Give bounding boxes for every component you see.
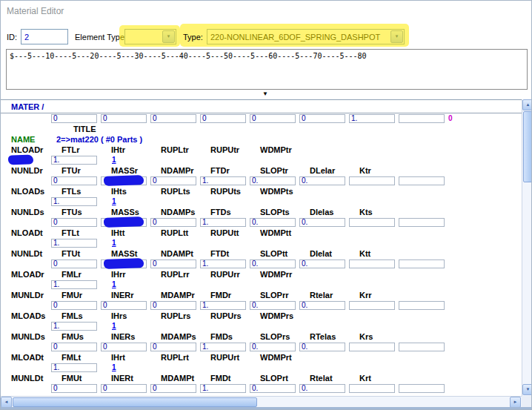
field-label: NUNLDt	[11, 249, 42, 258]
scroll-up-icon[interactable]: ▲	[522, 99, 532, 110]
field-input[interactable]: 0	[150, 114, 196, 123]
field-label: Krs	[359, 332, 373, 341]
material-type-dropdown[interactable]: 220-NONLINEAR_6DOF_SPRING_DASHPOT ▼	[207, 29, 405, 44]
field-input[interactable]: 0	[51, 301, 97, 310]
field-input[interactable]	[399, 176, 445, 185]
field-input[interactable]: 0	[101, 301, 147, 310]
field-input[interactable]: 1.	[51, 280, 97, 289]
field-input[interactable]	[349, 301, 395, 310]
field-input[interactable]: 0	[250, 114, 296, 123]
field-input[interactable]: 0	[101, 343, 147, 351]
chevron-down-icon[interactable]: ▼	[390, 30, 403, 43]
field-input[interactable]: 1.	[200, 259, 246, 268]
table-row: TITLE	[1, 124, 522, 134]
field-label: IHrt	[111, 353, 125, 362]
field-input[interactable]: 0	[150, 259, 196, 268]
field-label: NLOADr	[11, 145, 43, 154]
field-input[interactable]: 0.	[299, 218, 345, 227]
field-input[interactable]	[399, 218, 445, 227]
table-row: NUNLDsFTUsMASSsNDAMPsFTDsSLOPtsDlelasKts	[1, 207, 522, 217]
field-input[interactable]	[349, 259, 395, 268]
field-input[interactable]: 0.	[299, 259, 345, 268]
field-input[interactable]: 1.	[51, 322, 97, 331]
field-input[interactable]: 1.	[200, 384, 246, 393]
field-label: IHtr	[111, 145, 125, 154]
field-input[interactable]: 0.	[250, 343, 296, 351]
field-label: RUPUtr	[210, 145, 239, 154]
field-input[interactable]	[399, 384, 445, 393]
field-input[interactable]: 1.	[51, 156, 97, 165]
field-input[interactable]: 1.	[51, 197, 97, 206]
field-input[interactable]: 0	[150, 301, 196, 310]
field-input[interactable]: 0.	[250, 301, 296, 310]
field-label: Ktr	[359, 166, 371, 175]
field-input[interactable]: 0	[51, 384, 97, 393]
field-input[interactable]: 0	[51, 176, 97, 185]
field-input[interactable]: 0	[51, 259, 97, 268]
table-row: NLOADtFTLtIHttRUPLttRUPUttWDMPtt	[1, 228, 522, 238]
field-input[interactable]: 0.	[299, 343, 345, 351]
field-input[interactable]: 0.	[250, 384, 296, 393]
curve-id-link[interactable]: 1	[112, 363, 116, 371]
curve-id-link[interactable]: 1	[112, 322, 116, 330]
field-input[interactable]	[399, 114, 445, 123]
field-label: FMLr	[61, 270, 82, 279]
chevron-down-icon[interactable]: ▼	[162, 30, 175, 43]
vertical-scrollbar-thumb[interactable]	[523, 111, 532, 182]
curve-id-link[interactable]: 1	[112, 239, 116, 247]
field-input[interactable]: 0	[51, 343, 97, 351]
field-label: RUPUtt	[210, 228, 239, 237]
field-input[interactable]: 1.	[51, 363, 97, 372]
splitter-triangle-icon[interactable]: ▼	[259, 90, 272, 99]
id-input[interactable]	[21, 29, 68, 44]
field-input[interactable]: 0.	[299, 384, 345, 393]
field-input[interactable]: 0	[299, 114, 345, 123]
curve-id-link[interactable]: 1	[112, 156, 116, 164]
field-input[interactable]	[399, 301, 445, 310]
field-input[interactable]	[399, 259, 445, 268]
field-input[interactable]: 0.	[299, 301, 345, 310]
field-label: RUPLtr	[161, 145, 189, 154]
field-input[interactable]: 0	[150, 384, 196, 393]
redaction-mark	[104, 216, 144, 228]
field-input[interactable]: 0.	[250, 176, 296, 185]
field-input[interactable]: 1.	[200, 176, 246, 185]
field-input[interactable]	[349, 384, 395, 393]
table-row: NLOADrFTLrIHtrRUPLtrRUPUtrWDMPtr	[1, 145, 522, 155]
field-input[interactable]	[349, 218, 395, 227]
scroll-right-icon[interactable]: ►	[510, 397, 521, 408]
vertical-scrollbar[interactable]: ▲ ▼	[522, 99, 532, 396]
curve-id-link[interactable]: 1	[112, 197, 116, 205]
field-input[interactable]	[349, 176, 395, 185]
field-input[interactable]	[349, 343, 395, 351]
field-input[interactable]: 1.	[349, 114, 395, 123]
field-input[interactable]: 0	[150, 176, 196, 185]
scroll-down-icon[interactable]: ▼	[522, 384, 532, 395]
field-input[interactable]: 0	[200, 114, 246, 123]
field-input[interactable]: 0.	[250, 218, 296, 227]
field-input[interactable]: 0.	[250, 259, 296, 268]
element-type-dropdown[interactable]: ▼	[124, 29, 176, 44]
horizontal-scrollbar-thumb[interactable]	[13, 397, 257, 407]
field-input[interactable]: 0	[150, 343, 196, 351]
table-row: MLOADtFMLtIHrtRUPLrtRUPUrtWDMPrt	[1, 352, 522, 363]
card-comment-textarea[interactable]: $---5---10----5---20----5---30----5---40…	[6, 49, 528, 90]
field-input[interactable]: 0	[51, 218, 97, 227]
field-input[interactable]: 1.	[200, 343, 246, 351]
field-input[interactable]	[399, 343, 445, 351]
field-input[interactable]: 1.	[200, 218, 246, 227]
field-label: FMLt	[61, 353, 81, 362]
field-input[interactable]: 0	[150, 218, 196, 227]
field-input[interactable]: 1.	[200, 301, 246, 310]
field-label: IHtt	[111, 228, 124, 237]
field-label: SLOPrs	[260, 332, 290, 341]
field-input[interactable]: 0	[101, 384, 147, 393]
field-input[interactable]: 1.	[51, 239, 97, 248]
scroll-left-icon[interactable]: ◄	[1, 397, 12, 408]
field-label: FTDs	[210, 208, 231, 216]
field-input[interactable]: 0.	[299, 176, 345, 185]
horizontal-scrollbar[interactable]: ◄ ►	[1, 396, 522, 407]
curve-id-link[interactable]: 1	[112, 280, 116, 288]
field-input[interactable]: 0	[101, 114, 147, 123]
field-input[interactable]: 0	[51, 114, 97, 123]
